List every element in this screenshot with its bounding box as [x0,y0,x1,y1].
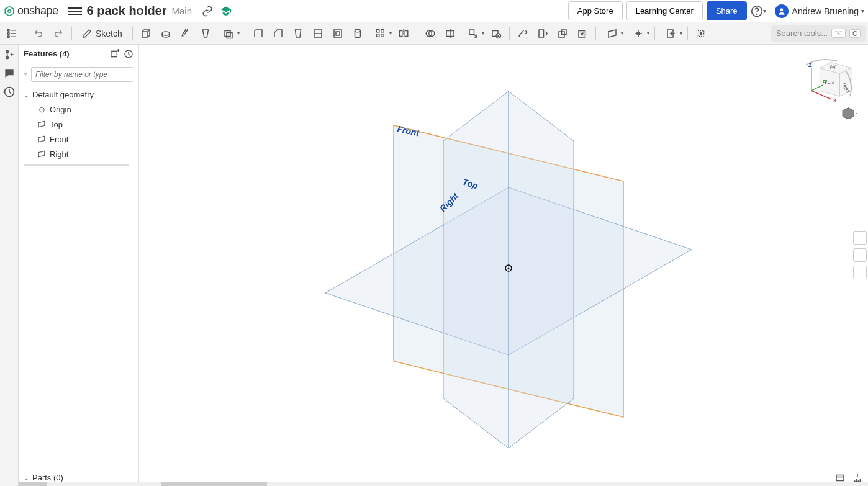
replace-face-button[interactable] [553,25,572,42]
user-name-label: Andrew Bruening [792,6,859,16]
svg-rect-23 [376,34,379,37]
main-menu-button[interactable] [68,4,82,18]
feature-tree-toggle[interactable] [2,25,21,42]
svg-rect-32 [469,30,474,35]
redo-button[interactable] [49,25,68,42]
shaded-view-button[interactable]: ▾ [843,108,857,119]
learning-center-button[interactable]: Learning Center [626,1,703,20]
plane-item-icon [37,150,46,158]
filter-icon[interactable] [24,70,27,79]
move-face-icon [537,28,548,39]
tree-top-plane[interactable]: Top [19,117,138,132]
app-header: onshape 6 pack holder Main App Store Lea… [0,0,868,22]
filter-row [19,63,138,86]
rib-icon [312,28,323,39]
shell-button[interactable] [328,25,347,42]
redo-icon [53,29,63,38]
thicken-button[interactable]: ▾ [216,25,241,42]
panel-scrollbar[interactable] [24,164,129,166]
svg-rect-21 [376,29,379,32]
draft-button[interactable] [289,25,307,42]
plane-button[interactable]: ▾ [600,25,625,42]
modify-fillet-button[interactable] [513,25,532,42]
loft-icon [200,28,211,39]
loft-button[interactable] [196,25,215,42]
app-logo[interactable]: onshape [4,4,58,17]
view-cube[interactable]: Front Top Right Z X Y ▾ [789,51,857,119]
features-title: Features (4) [24,49,70,58]
bottom-scrollbar[interactable] [19,482,868,486]
svg-point-20 [355,29,360,32]
right-plane-poly2[interactable] [443,91,509,448]
right-rail-btn-1[interactable] [853,231,867,245]
share-button[interactable]: Share [707,1,747,20]
filter-input[interactable] [31,67,133,82]
add-feature-icon[interactable] [3,48,16,61]
features-header: Features (4) [19,45,138,63]
x-label: X [833,97,838,104]
search-tools[interactable]: Search tools... ⌥ C [771,25,866,42]
extrude-button[interactable] [137,25,155,42]
fillet-button[interactable] [249,25,268,42]
right-rail-btn-2[interactable] [853,248,867,262]
delete-part-button[interactable] [487,25,505,42]
select-icon [695,28,707,39]
extrude-icon [140,28,151,39]
transform-button[interactable]: ▾ [461,25,486,42]
sketch-button[interactable]: Sketch [76,25,129,42]
comments-icon[interactable] [3,67,16,79]
svg-rect-26 [405,30,408,36]
select-button[interactable] [692,25,710,42]
svg-point-6 [7,32,9,34]
mirror-button[interactable] [394,25,413,42]
user-menu[interactable]: Andrew Bruening ▾ [775,4,864,18]
rib-button[interactable] [309,25,327,42]
right-rail-btn-3[interactable] [853,266,867,279]
insert-feature-icon[interactable] [110,49,120,59]
mirror-icon [398,28,409,39]
tree-front-plane[interactable]: Front [19,132,138,146]
svg-rect-15 [227,32,232,38]
modeling-canvas[interactable]: Front Top Right Front Top Right Z X Y [139,45,868,486]
split-icon [445,28,456,39]
tree-default-geometry[interactable]: ⌄ Default geometry [19,87,138,102]
tree-origin[interactable]: ⊙ Origin [19,102,138,117]
svg-marker-0 [5,6,14,16]
undo-icon [34,29,43,38]
versions-icon[interactable] [3,86,16,98]
pencil-icon [82,29,92,38]
mate-connector-button[interactable]: ▾ [626,25,651,42]
revolve-button[interactable] [156,25,175,42]
undo-button[interactable] [29,25,48,42]
feature-panel: Features (4) ⌄ Default geometry ⊙ Origin… [19,45,139,486]
delete-face-button[interactable] [573,25,592,42]
hole-button[interactable] [348,25,367,42]
import-button[interactable]: ▾ [659,25,684,42]
svg-rect-11 [142,32,148,37]
link-icon[interactable] [202,6,213,17]
replace-face-icon [557,28,568,39]
document-branch[interactable]: Main [172,6,192,16]
graduation-cap-icon[interactable] [220,6,232,17]
rollback-icon[interactable] [124,49,133,59]
fillet-icon [253,28,264,39]
svg-text:▾: ▾ [856,112,857,117]
help-button[interactable]: ▾ [751,5,766,17]
sweep-icon [180,28,191,39]
pattern-linear-button[interactable]: ▾ [368,25,393,42]
tree-label: Top [50,120,63,129]
move-face-button[interactable] [533,25,552,42]
app-store-button[interactable]: App Store [568,1,623,20]
feature-toolbar: Sketch ▾ ▾ ▾ ▾ ▾ ▾ Search tools... ⌥ C [0,22,868,45]
split-button[interactable] [441,25,459,42]
origin-dot [508,268,510,269]
axis-icon [633,28,644,39]
right-plane-poly[interactable] [509,91,574,448]
document-title[interactable]: 6 pack holder [87,4,167,18]
tree-right-plane[interactable]: Right [19,146,138,161]
boolean-button[interactable] [421,25,440,42]
feature-tree: ⌄ Default geometry ⊙ Origin Top Front Ri… [19,86,138,170]
sweep-button[interactable] [176,25,195,42]
chamfer-button[interactable] [269,25,287,42]
search-placeholder: Search tools... [776,29,828,38]
